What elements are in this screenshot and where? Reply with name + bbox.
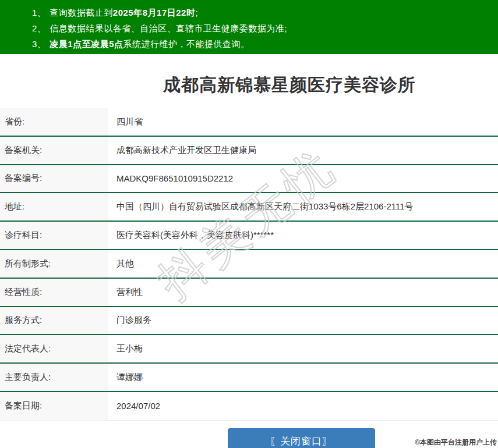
notice-bar: 1、查询数据截止到2025年8月17日22时; 2、信息数据结果以各省、自治区、… — [0, 0, 498, 54]
row-label: 备案编号: — [0, 165, 108, 193]
upload-credit-note: ©本图由平台注册用户上传 — [415, 438, 497, 447]
row-value: 门诊服务 — [108, 307, 498, 335]
notice-number: 2、 — [32, 23, 46, 33]
notice-number: 3、 — [32, 39, 46, 49]
page-title: 成都高新锦慕星颜医疗美容诊所 — [0, 72, 498, 98]
row-label: 备案日期: — [0, 392, 108, 420]
notice-item: 3、凌晨1点至凌晨5点系统进行维护，不能提供查询。 — [32, 36, 498, 52]
row-value: 营利性 — [108, 279, 498, 306]
row-value: 医疗美容科(美容外科，美容皮肤科)****** — [108, 222, 498, 249]
row-label: 经营性质: — [0, 279, 108, 306]
table-row: 诊疗科目: 医疗美容科(美容外科，美容皮肤科)****** — [0, 222, 498, 250]
row-value: MADKQ9F8651010915D2212 — [108, 165, 498, 193]
row-label: 省份: — [0, 108, 108, 136]
row-label: 服务方式: — [0, 307, 108, 335]
notice-number: 1、 — [32, 8, 46, 17]
row-value: 其他 — [108, 250, 498, 278]
table-row: 备案编号: MADKQ9F8651010915D2212 — [0, 165, 498, 194]
notice-text: ; — [195, 8, 198, 17]
table-row: 备案日期: 2024/07/02 — [0, 392, 498, 421]
table-row: 所有制形式: 其他 — [0, 250, 498, 279]
row-value: 中国（四川）自有贸易试验区成都高新区天府二街1033号6栋2层2106-2111… — [108, 193, 498, 221]
info-table: 省份: 四川省 备案机关: 成都高新技术产业开发区卫生健康局 备案编号: MAD… — [0, 108, 498, 421]
row-label: 主要负责人: — [0, 364, 108, 391]
table-row: 省份: 四川省 — [0, 108, 498, 137]
table-row: 地址: 中国（四川）自有贸易试验区成都高新区天府二街1033号6栋2层2106-… — [0, 193, 498, 222]
row-value: 王小梅 — [108, 335, 498, 362]
table-row: 经营性质: 营利性 — [0, 279, 498, 307]
notice-text: 信息数据结果以各省、自治区、直辖市卫生健康委数据为准; — [50, 23, 287, 33]
notice-item: 2、信息数据结果以各省、自治区、直辖市卫生健康委数据为准; — [32, 20, 498, 36]
row-label: 所有制形式: — [0, 250, 108, 278]
page-content: 成都高新锦慕星颜医疗美容诊所 省份: 四川省 备案机关: 成都高新技术产业开发区… — [0, 72, 498, 448]
row-value: 四川省 — [108, 108, 498, 136]
row-value: 谭娜娜 — [108, 364, 498, 391]
row-label: 法定代表人: — [0, 335, 108, 362]
table-row: 备案机关: 成都高新技术产业开发区卫生健康局 — [0, 137, 498, 165]
notice-text-bold: 凌晨1点至凌晨5点 — [50, 39, 123, 49]
table-row: 法定代表人: 王小梅 — [0, 335, 498, 364]
row-label: 诊疗科目: — [0, 222, 108, 249]
row-value: 成都高新技术产业开发区卫生健康局 — [108, 137, 498, 164]
notice-item: 1、查询数据截止到2025年8月17日22时; — [32, 5, 498, 20]
table-row: 服务方式: 门诊服务 — [0, 307, 498, 336]
row-label: 备案机关: — [0, 137, 108, 164]
notice-text-bold: 2025年8月17日22时 — [113, 8, 196, 17]
row-label: 地址: — [0, 193, 108, 221]
table-row: 主要负责人: 谭娜娜 — [0, 364, 498, 392]
close-window-button[interactable]: 〖关闭窗口〗 — [228, 428, 375, 448]
notice-text: 系统进行维护，不能提供查询。 — [123, 39, 250, 49]
notice-text: 查询数据截止到 — [50, 8, 113, 17]
row-value: 2024/07/02 — [108, 392, 498, 420]
